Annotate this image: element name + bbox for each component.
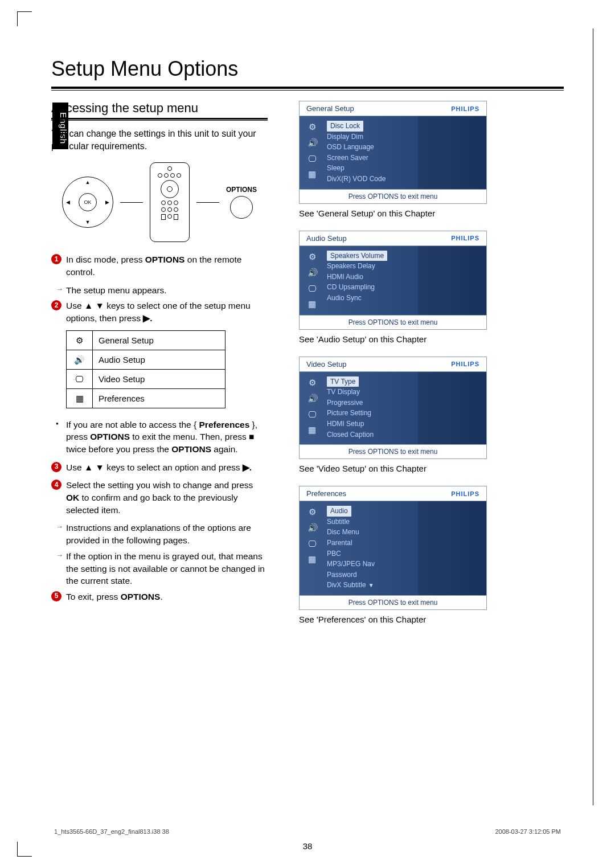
osd-menu-item: Speakers Volume [327,251,418,261]
osd-menu-item: Subtitle [327,517,418,527]
osd-menu-item: DivX(R) VOD Code [327,174,418,185]
category-label: Video Setup [93,369,226,388]
brand-logo: PHILIPS [451,490,479,497]
note-f: twice before you press the [66,444,171,454]
category-icon: ▦ [67,388,93,408]
dpad-left-icon: ◀ [66,199,70,205]
step-2-text-a: Use [66,301,84,310]
osd-sidebar-icon: 🖵 [308,284,317,293]
remote-dot-icon [161,207,166,212]
osd-menu-footer: Press OPTIONS to exit menu [300,315,486,329]
osd-menu-item: Disc Lock [327,121,418,132]
step-4-text-c: to confirm and go back to the previously… [66,493,238,515]
step-3-text-a: Use [66,462,84,472]
step-4: 4 Select the setting you wish to change … [51,479,268,516]
osd-menu-list: Speakers VolumeSpeakers DelayHDMI AudioC… [325,246,418,315]
category-table: ⚙General Setup🔊Audio Setup🖵Video Setup▦P… [66,330,226,408]
step-4-text-a: Select the setting you wish to change an… [66,480,253,490]
osd-menu-footer: Press OPTIONS to exit menu [300,189,486,203]
step-5-text-a: To exit, press [66,592,121,601]
remote-dot-icon [164,173,169,178]
osd-menu-screenshot: Video SetupPHILIPS⚙🔊🖵▦TV TypeTV DisplayP… [299,357,487,460]
dpad-right-icon: ▶ [105,199,109,205]
osd-sidebar-icon: 🖵 [308,154,317,163]
section-rule [51,118,268,121]
osd-menu-right-panel [418,372,486,445]
dpad-down-icon: ▼ [85,219,91,225]
note-options-2: OPTIONS [171,444,211,454]
osd-sidebar: ⚙🔊🖵▦ [300,372,325,445]
step-1-text-a: In disc mode, press [66,255,145,264]
page-title: Setup Menu Options [51,57,564,81]
osd-menu-item: Audio Sync [327,293,418,304]
preferences-note: If you are not able to access the { Pref… [51,419,268,456]
intro-text: You can change the settings in this unit… [51,128,268,152]
remote-dot-icon [167,200,172,205]
osd-menu-item: Sleep [327,163,418,174]
crop-mark-top-left [17,11,32,26]
osd-menu-item: PBC [327,548,418,559]
osd-menu-item: DivX Subtitle▼ [327,580,418,591]
more-arrow-icon: ▼ [368,582,374,588]
osd-sidebar-icon: ⚙ [308,252,317,262]
table-row: ▦Preferences [67,388,226,408]
step-3: 3 Use ▲ ▼ keys to select an option and p… [51,461,268,474]
note-e: to exit the menu. Then, press [130,432,249,441]
osd-sidebar-icon: 🔊 [308,394,317,404]
brand-logo: PHILIPS [451,361,479,367]
osd-menu-right-panel [418,501,486,595]
step-1-sub: The setup menu appears. [51,284,268,297]
osd-menu-title: Video Setup [306,360,347,369]
menu-caption: See 'General Setup' on this Chapter [299,208,487,218]
osd-menu-footer: Press OPTIONS to exit menu [300,595,486,609]
osd-sidebar-icon: ⚙ [308,507,317,517]
osd-menu-item: Picture Setting [327,408,418,419]
diagram-connector-left [120,202,143,203]
options-button-circle-icon [230,196,253,219]
menu-caption: See 'Preferences' on this Chapter [299,615,487,624]
note-preferences: Preferences [199,420,250,429]
diagram-connector-right [196,202,219,203]
osd-sidebar: ⚙🔊🖵▦ [300,116,325,189]
osd-menu-title: Preferences [306,489,346,498]
category-label: Preferences [93,388,226,408]
osd-menu-item: Display Dim [327,132,418,142]
osd-menu-title-bar: PreferencesPHILIPS [300,486,486,501]
step-3-text-b: keys to select an option and press [104,462,243,472]
osd-sidebar-icon: ⚙ [308,122,317,132]
osd-menu-item: HDMI Setup [327,419,418,429]
osd-menu-item: TV Display [327,387,418,398]
osd-menu-body: ⚙🔊🖵▦Speakers VolumeSpeakers DelayHDMI Au… [300,246,486,315]
note-a: If you are not able to access the { [66,420,199,429]
osd-sidebar-icon: ▦ [308,554,317,564]
step-4-sub2: If the option in the menu is grayed out,… [51,550,268,587]
osd-sidebar-icon: ▦ [308,169,317,179]
step-number-icon: 1 [51,254,62,264]
category-label: Audio Setup [93,350,226,369]
category-icon: 🖵 [67,369,93,388]
step-number-icon: 3 [51,462,62,472]
step-5-options: OPTIONS [121,592,161,601]
osd-menu-list: Disc LockDisplay DimOSD LanguageScreen S… [325,116,418,189]
page-body: Setup Menu Options Accessing the setup m… [51,57,564,822]
osd-menu-item: Closed Caption [327,429,418,440]
step-5: 5 To exit, press OPTIONS. [51,591,268,603]
table-row: 🖵Video Setup [67,369,226,388]
osd-menu-item: Audio [327,506,418,517]
osd-sidebar-icon: ⚙ [308,378,317,388]
step-number-icon: 2 [51,300,62,310]
remote-nav-disc-icon [161,180,179,198]
osd-sidebar-icon: 🖵 [308,539,317,548]
category-label: General Setup [93,330,226,350]
osd-sidebar-icon: 🔊 [308,523,317,533]
step-number-icon: 4 [51,480,62,490]
category-icon: 🔊 [67,350,93,369]
footer-left: 1_hts3565-66D_37_eng2_final813.i38 38 [54,828,169,835]
step-1-options: OPTIONS [145,255,185,264]
osd-menu-item: HDMI Audio [327,272,418,282]
remote-dot-icon [167,207,172,212]
remote-dpad: ▲ ▼ ◀ ▶ OK [62,177,113,228]
steps-list: 1 In disc mode, press OPTIONS on the rem… [51,253,268,603]
step-4-ok: OK [66,493,79,502]
remote-dot-icon [158,173,162,178]
